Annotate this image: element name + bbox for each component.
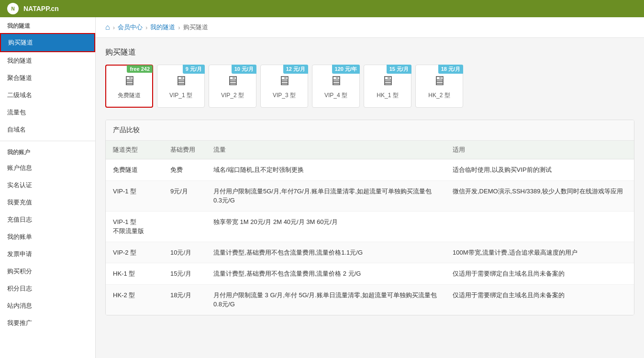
tunnel-card-vip1[interactable]: 9 元/月🖥VIP_1 型 — [157, 65, 205, 108]
cell-type-0: 免费隧道 — [106, 159, 163, 181]
cell-type-1: VIP-1 型 — [106, 180, 163, 211]
card-label-hk1: HK_1 型 — [377, 91, 398, 100]
cell-price-2 — [163, 211, 206, 242]
monitor-icon-vip4: 🖥 — [329, 73, 343, 89]
tunnel-cards-container: free 242🖥免费隧道9 元/月🖥VIP_1 型10 元/月🖥VIP_2 型… — [105, 65, 634, 108]
card-label-hk2: HK_2 型 — [428, 91, 450, 100]
sidebar-item-recharge[interactable]: 我要充值 — [0, 194, 95, 211]
sidebar-item-recharge-log[interactable]: 充值日志 — [0, 211, 95, 228]
home-icon[interactable]: ⌂ — [105, 23, 110, 32]
table-header-1: 基础费用 — [163, 141, 206, 159]
cell-type-2: VIP-1 型 不限流量版 — [106, 211, 163, 242]
card-badge-vip2: 10 元/月 — [232, 65, 256, 74]
cell-usage-2 — [445, 211, 634, 242]
table-row: VIP-1 型 不限流量版独享带宽 1M 20元/月 2M 40元/月 3M 6… — [106, 211, 634, 242]
tunnel-card-vip2[interactable]: 10 元/月🖥VIP_2 型 — [209, 65, 256, 108]
sidebar-item-real-name[interactable]: 实名认证 — [0, 177, 95, 194]
cell-type-5: HK-2 型 — [106, 284, 163, 315]
cell-usage-5: 仅适用于需要绑定自主域名且尚未备案的 — [445, 284, 634, 315]
sidebar: 我的隧道 购买隧道 我的隧道 聚合隧道 二级域名 流量包 自域名 我的账户 账户… — [0, 17, 96, 358]
cell-price-4: 15元/月 — [163, 263, 206, 285]
sidebar-item-invoice[interactable]: 发票申请 — [0, 246, 95, 263]
cell-type-3: VIP-2 型 — [106, 242, 163, 263]
sidebar-item-promote[interactable]: 我要推广 — [0, 314, 95, 332]
sidebar-item-my-bill[interactable]: 我的账单 — [0, 228, 95, 246]
sidebar-divider — [0, 141, 95, 141]
monitor-icon-vip1: 🖥 — [174, 73, 188, 89]
card-badge-hk1: 15 元/月 — [387, 65, 411, 74]
card-label-free: 免费隧道 — [118, 91, 141, 100]
cell-flow-0: 域名/端口随机,且不定时强制更换 — [206, 159, 445, 181]
breadcrumb-link-member[interactable]: 会员中心 — [118, 23, 143, 32]
cell-usage-1: 微信开发,DEMO演示,SSH/3389,较少人数同时在线游戏等应用 — [445, 180, 634, 211]
table-row: VIP-1 型9元/月月付用户限制流量5G/月,年付7G/月.账单日流量清零,如… — [106, 180, 634, 211]
table-row: HK-2 型18元/月月付用户限制流量 3 G/月,年付 5G/月.账单日流量清… — [106, 284, 634, 315]
cell-usage-3: 100M带宽,流量计费,适合追求最高速度的用户 — [445, 242, 634, 263]
cell-flow-2: 独享带宽 1M 20元/月 2M 40元/月 3M 60元/月 — [206, 211, 445, 242]
logo-icon: N — [7, 3, 19, 14]
monitor-icon-free: 🖥 — [122, 73, 136, 89]
table-header-2: 流量 — [206, 141, 445, 159]
comparison-section: 产品比较 隧道类型基础费用流量适用 免费隧道免费域名/端口随机,且不定时强制更换… — [105, 120, 634, 315]
comparison-title: 产品比较 — [106, 120, 634, 141]
card-badge-vip1: 9 元/月 — [183, 65, 205, 74]
card-badge-free: free 242 — [127, 65, 153, 73]
sidebar-group-title-tunnels: 我的隧道 — [0, 17, 95, 33]
sidebar-item-points-log[interactable]: 积分日志 — [0, 280, 95, 297]
card-badge-hk2: 18 元/月 — [438, 65, 463, 74]
card-label-vip2: VIP_2 型 — [221, 91, 244, 100]
breadcrumb: ⌂ › 会员中心 › 我的隧道 › 购买隧道 — [96, 17, 644, 38]
sidebar-item-site-message[interactable]: 站内消息 — [0, 297, 95, 314]
main-layout: 我的隧道 购买隧道 我的隧道 聚合隧道 二级域名 流量包 自域名 我的账户 账户… — [0, 17, 644, 358]
cell-usage-0: 适合临时使用,以及购买VIP前的测试 — [445, 159, 634, 181]
tunnel-card-hk2[interactable]: 18 元/月🖥HK_2 型 — [415, 65, 463, 108]
cell-flow-5: 月付用户限制流量 3 G/月,年付 5G/月.账单日流量清零,如超流量可单独购买… — [206, 284, 445, 315]
tunnel-card-vip4[interactable]: 120 元/年🖥VIP_4 型 — [312, 65, 360, 108]
sidebar-item-my-tunnel[interactable]: 我的隧道 — [0, 52, 95, 69]
breadcrumb-current: 购买隧道 — [183, 23, 208, 32]
sidebar-item-account-info[interactable]: 账户信息 — [0, 159, 95, 177]
monitor-icon-vip3: 🖥 — [278, 73, 291, 89]
cell-usage-4: 仅适用于需要绑定自主域名且尚未备案的 — [445, 263, 634, 285]
monitor-icon-hk2: 🖥 — [433, 73, 446, 89]
monitor-icon-vip2: 🖥 — [226, 73, 239, 89]
table-row: HK-1 型15元/月流量计费型,基础费用不包含流量费用,流量价格 2 元/G仅… — [106, 263, 634, 285]
cell-price-3: 10元/月 — [163, 242, 206, 263]
tunnel-card-free[interactable]: free 242🖥免费隧道 — [105, 65, 153, 108]
table-row: 免费隧道免费域名/端口随机,且不定时强制更换适合临时使用,以及购买VIP前的测试 — [106, 159, 634, 181]
cell-flow-3: 流量计费型,基础费用不包含流量费用,流量价格1.1元/G — [206, 242, 445, 263]
cell-price-5: 18元/月 — [163, 284, 206, 315]
cell-price-0: 免费 — [163, 159, 206, 181]
tunnel-card-hk1[interactable]: 15 元/月🖥HK_1 型 — [364, 65, 411, 108]
sidebar-item-buy-points[interactable]: 购买积分 — [0, 263, 95, 280]
cell-flow-4: 流量计费型,基础费用不包含流量费用,流量价格 2 元/G — [206, 263, 445, 285]
card-badge-vip4: 120 元/年 — [332, 65, 360, 74]
card-label-vip4: VIP_4 型 — [324, 91, 347, 100]
cell-price-1: 9元/月 — [163, 180, 206, 211]
card-label-vip3: VIP_3 型 — [273, 91, 296, 100]
cell-type-4: HK-1 型 — [106, 263, 163, 285]
breadcrumb-sep-1: › — [113, 24, 115, 31]
page-title: 购买隧道 — [105, 47, 634, 57]
comparison-table: 隧道类型基础费用流量适用 免费隧道免费域名/端口随机,且不定时强制更换适合临时使… — [106, 141, 634, 315]
cell-flow-1: 月付用户限制流量5G/月,年付7G/月.账单日流量清零,如超流量可单独购买流量包… — [206, 180, 445, 211]
sidebar-item-aggregate-tunnel[interactable]: 聚合隧道 — [0, 69, 95, 87]
sidebar-item-custom-domain[interactable]: 自域名 — [0, 121, 95, 138]
sidebar-item-buy-tunnel[interactable]: 购买隧道 — [0, 33, 95, 52]
breadcrumb-sep-3: › — [178, 24, 180, 31]
topbar: N NATAPP.cn — [0, 0, 644, 17]
site-title: NATAPP.cn — [23, 5, 59, 12]
table-row: VIP-2 型10元/月流量计费型,基础费用不包含流量费用,流量价格1.1元/G… — [106, 242, 634, 263]
breadcrumb-sep-2: › — [145, 24, 147, 31]
sidebar-item-second-domain[interactable]: 二级域名 — [0, 87, 95, 104]
card-badge-vip3: 12 元/月 — [283, 65, 308, 74]
table-header-3: 适用 — [445, 141, 634, 159]
sidebar-group-title-account: 我的账户 — [0, 144, 95, 159]
main-content: ⌂ › 会员中心 › 我的隧道 › 购买隧道 购买隧道 free 242🖥免费隧… — [96, 17, 644, 358]
breadcrumb-link-tunnel[interactable]: 我的隧道 — [150, 23, 175, 32]
card-label-vip1: VIP_1 型 — [169, 91, 192, 100]
monitor-icon-hk1: 🖥 — [381, 73, 394, 89]
table-header-0: 隧道类型 — [106, 141, 163, 159]
sidebar-item-flow-package[interactable]: 流量包 — [0, 104, 95, 121]
tunnel-card-vip3[interactable]: 12 元/月🖥VIP_3 型 — [260, 65, 308, 108]
